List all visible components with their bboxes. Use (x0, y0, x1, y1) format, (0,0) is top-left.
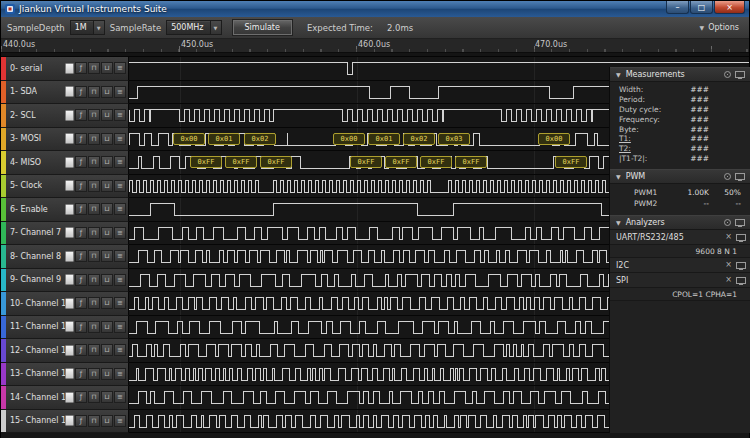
trigger-falling-button[interactable]: ⊓ (88, 344, 100, 356)
trigger-rising-button[interactable]: ƒ (75, 368, 87, 380)
channel-header[interactable]: 6- Enable ƒ⊓⊔≡ (1, 198, 129, 222)
probe-toggle[interactable] (65, 392, 74, 403)
trigger-high-button[interactable]: ⊔ (101, 415, 113, 427)
time-ruler[interactable]: 440.0us450.0us460.0us470.0us (1, 39, 749, 53)
trigger-rising-button[interactable]: ƒ (75, 203, 87, 215)
trigger-falling-button[interactable]: ⊓ (88, 180, 100, 192)
probe-toggle[interactable] (65, 274, 74, 285)
trigger-low-button[interactable]: ≡ (114, 344, 126, 356)
probe-toggle[interactable] (65, 180, 74, 191)
probe-toggle[interactable] (65, 63, 74, 74)
analyzer-row[interactable]: I2C× (610, 258, 750, 273)
trigger-high-button[interactable]: ⊔ (101, 62, 113, 74)
probe-toggle[interactable] (65, 251, 74, 262)
trigger-low-button[interactable]: ≡ (114, 250, 126, 262)
trigger-high-button[interactable]: ⊔ (101, 368, 113, 380)
display-icon[interactable] (735, 219, 745, 226)
options-button[interactable]: ▼ Options (700, 23, 744, 32)
snapshot-icon[interactable] (724, 173, 731, 180)
trigger-high-button[interactable]: ⊔ (101, 86, 113, 98)
channel-header[interactable]: 3- MOSI ƒ⊓⊔≡ (1, 128, 129, 152)
trigger-rising-button[interactable]: ƒ (75, 156, 87, 168)
display-icon[interactable] (735, 173, 745, 180)
channel-header[interactable]: 12- Channel 12 ƒ⊓⊔≡ (1, 339, 129, 363)
trigger-falling-button[interactable]: ⊓ (88, 297, 100, 309)
channel-header[interactable]: 15- Channel 15 ƒ⊓⊔≡ (1, 410, 129, 434)
analyzer-display-icon[interactable] (736, 262, 746, 269)
channel-header[interactable]: 4- MISO ƒ⊓⊔≡ (1, 151, 129, 175)
trigger-rising-button[interactable]: ƒ (75, 133, 87, 145)
trigger-high-button[interactable]: ⊔ (101, 344, 113, 356)
trigger-high-button[interactable]: ⊔ (101, 250, 113, 262)
trigger-low-button[interactable]: ≡ (114, 109, 126, 121)
sample-rate-dropdown[interactable]: 500MHz ▼ (166, 20, 221, 35)
trigger-rising-button[interactable]: ƒ (75, 250, 87, 262)
channel-header[interactable]: 8- Channel 8 ƒ⊓⊔≡ (1, 245, 129, 269)
trigger-rising-button[interactable]: ƒ (75, 109, 87, 121)
channel-header[interactable]: 14- Channel 14 ƒ⊓⊔≡ (1, 386, 129, 410)
trigger-falling-button[interactable]: ⊓ (88, 86, 100, 98)
trigger-high-button[interactable]: ⊔ (101, 274, 113, 286)
trigger-high-button[interactable]: ⊔ (101, 297, 113, 309)
snapshot-icon[interactable] (724, 71, 731, 78)
trigger-rising-button[interactable]: ƒ (75, 274, 87, 286)
analyzer-remove-icon[interactable]: × (725, 233, 732, 241)
trigger-rising-button[interactable]: ƒ (75, 344, 87, 356)
trigger-low-button[interactable]: ≡ (114, 133, 126, 145)
trigger-high-button[interactable]: ⊔ (101, 203, 113, 215)
channel-header[interactable]: 11- Channel 11 ƒ⊓⊔≡ (1, 316, 129, 340)
trigger-rising-button[interactable]: ƒ (75, 391, 87, 403)
channel-header[interactable]: 0- serial ƒ⊓⊔≡ (1, 57, 129, 81)
probe-toggle[interactable] (65, 298, 74, 309)
display-icon[interactable] (735, 71, 745, 78)
analyzer-display-icon[interactable] (736, 277, 746, 284)
trigger-high-button[interactable]: ⊔ (101, 391, 113, 403)
trigger-low-button[interactable]: ≡ (114, 391, 126, 403)
trigger-falling-button[interactable]: ⊓ (88, 156, 100, 168)
trigger-low-button[interactable]: ≡ (114, 203, 126, 215)
trigger-rising-button[interactable]: ƒ (75, 180, 87, 192)
trigger-low-button[interactable]: ≡ (114, 156, 126, 168)
trigger-high-button[interactable]: ⊔ (101, 109, 113, 121)
probe-toggle[interactable] (65, 415, 74, 426)
channel-header[interactable]: 7- Channel 7 ƒ⊓⊔≡ (1, 222, 129, 246)
probe-toggle[interactable] (65, 204, 74, 215)
trigger-falling-button[interactable]: ⊓ (88, 321, 100, 333)
trigger-falling-button[interactable]: ⊓ (88, 250, 100, 262)
trigger-high-button[interactable]: ⊔ (101, 133, 113, 145)
trigger-rising-button[interactable]: ƒ (75, 62, 87, 74)
channel-header[interactable]: 2- SCL ƒ⊓⊔≡ (1, 104, 129, 128)
trigger-falling-button[interactable]: ⊓ (88, 203, 100, 215)
channel-header[interactable]: 13- Channel 13 ƒ⊓⊔≡ (1, 363, 129, 387)
probe-toggle[interactable] (65, 133, 74, 144)
trigger-low-button[interactable]: ≡ (114, 415, 126, 427)
probe-toggle[interactable] (65, 321, 74, 332)
analyzer-row[interactable]: SPI× (610, 273, 750, 288)
measurements-section-header[interactable]: ▼ Measurements (610, 67, 750, 82)
analyzer-remove-icon[interactable]: × (725, 276, 732, 284)
probe-toggle[interactable] (65, 110, 74, 121)
probe-toggle[interactable] (65, 227, 74, 238)
pwm-section-header[interactable]: ▼ PWM (610, 169, 750, 184)
trigger-low-button[interactable]: ≡ (114, 274, 126, 286)
analyzer-remove-icon[interactable]: × (725, 261, 732, 269)
minimize-button[interactable]: – (666, 1, 689, 14)
trigger-low-button[interactable]: ≡ (114, 297, 126, 309)
trigger-high-button[interactable]: ⊔ (101, 227, 113, 239)
snapshot-icon[interactable] (724, 219, 731, 226)
trigger-falling-button[interactable]: ⊓ (88, 133, 100, 145)
trigger-low-button[interactable]: ≡ (114, 86, 126, 98)
trigger-low-button[interactable]: ≡ (114, 62, 126, 74)
measurement-label[interactable]: T2: (619, 144, 631, 153)
analyzer-row[interactable]: UART/RS232/485× (610, 230, 750, 245)
trigger-low-button[interactable]: ≡ (114, 368, 126, 380)
trigger-low-button[interactable]: ≡ (114, 227, 126, 239)
trigger-falling-button[interactable]: ⊓ (88, 415, 100, 427)
measurement-label[interactable]: T1: (619, 134, 631, 143)
trigger-rising-button[interactable]: ƒ (75, 321, 87, 333)
trigger-high-button[interactable]: ⊔ (101, 321, 113, 333)
trigger-falling-button[interactable]: ⊓ (88, 62, 100, 74)
channel-header[interactable]: 1- SDA ƒ⊓⊔≡ (1, 81, 129, 105)
channel-header[interactable]: 10- Channel 10 ƒ⊓⊔≡ (1, 292, 129, 316)
trigger-rising-button[interactable]: ƒ (75, 415, 87, 427)
